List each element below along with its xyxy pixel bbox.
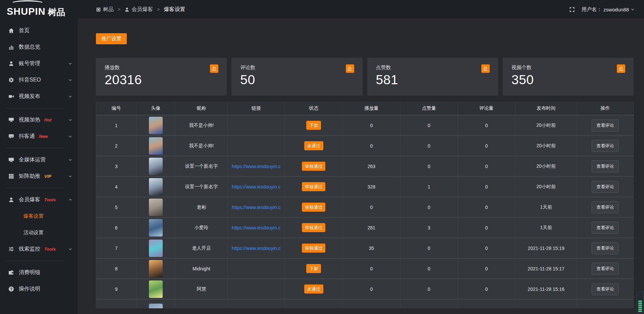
status-cell: 审核通过 (285, 217, 343, 238)
sidebar-item-account-management[interactable]: 账号管理 (0, 55, 78, 72)
stat-total-badge: 总 (617, 64, 625, 73)
status-cell: 审核通过 (285, 197, 343, 217)
breadcrumb: 树品>会员爆客>爆客设置 (96, 6, 185, 13)
publish-time-cell: 20小时前 (515, 115, 577, 136)
bar-chart-icon (8, 44, 14, 50)
table-row-partial (96, 299, 634, 308)
nickname-cell: 小爱玲 (175, 217, 228, 238)
stat-card-comments: 评论数50总 (231, 58, 362, 96)
chevron-up-icon (68, 198, 72, 202)
status-cell: 下架 (285, 115, 343, 136)
video-link[interactable]: https://www.iesdouyin.c (232, 225, 281, 230)
view-comments-button[interactable]: 查看评论 (592, 222, 619, 234)
sidebar-divider (6, 188, 64, 188)
view-comments-button[interactable]: 查看评论 (592, 160, 619, 172)
sidebar-item-member-baoke[interactable]: 会员爆客Tools (0, 192, 78, 208)
sidebar-item-douketong[interactable]: 抖客通New (0, 128, 78, 145)
status-badge: 审核通过 (302, 223, 325, 232)
fullscreen-icon[interactable] (569, 7, 575, 12)
partial-cell (400, 299, 458, 308)
table-row: 8Midnight下架0002021-11-28 15:17查看评论 (96, 258, 634, 279)
view-comments-button[interactable]: 查看评论 (592, 201, 619, 213)
likes-cell: 0 (400, 238, 458, 258)
sidebar-item-badge: Tools (44, 197, 56, 202)
sidebar-item-label: 账号管理 (19, 60, 40, 67)
video-link[interactable]: https://www.iesdouyin.c (232, 164, 281, 169)
sidebar-item-consumption-details[interactable]: 消费明细 (0, 264, 78, 281)
sliders-icon (8, 246, 14, 252)
view-comments-button[interactable]: 查看评论 (592, 263, 619, 275)
widget-dash (638, 303, 642, 304)
home-icon (8, 28, 14, 34)
logo-arc-decoration (11, 0, 44, 6)
user-menu[interactable]: 用户名： zswodun88 (582, 6, 635, 13)
sidebar-item-label: 线索监控 (19, 246, 40, 253)
publish-time-cell: 1天前 (515, 217, 577, 238)
publish-time-cell: 20小时前 (515, 176, 577, 197)
avatar-cell (137, 197, 175, 217)
video-link[interactable]: https://www.iesdouyin.c (232, 184, 281, 190)
nickname-cell: 老彬 (175, 197, 228, 217)
sidebar-subitem-activity-settings[interactable]: 活动设置 (0, 224, 78, 241)
sidebar-item-video-publish[interactable]: 视频发布 (0, 88, 78, 105)
row-number-cell: 9 (96, 279, 137, 299)
sidebar-subitem-baoke-settings[interactable]: 爆客设置 (0, 208, 78, 224)
view-comments-button[interactable]: 查看评论 (592, 181, 619, 193)
sidebar-item-label: 矩阵助推 (19, 173, 40, 180)
action-cell: 查看评论 (577, 156, 633, 176)
breadcrumb-app[interactable]: 树品 (96, 6, 114, 13)
nickname-cell: 设置一个新名字 (175, 156, 228, 176)
stat-card-likes: 点赞数581总 (367, 58, 498, 96)
breadcrumb-member-baoke[interactable]: 会员爆客 (124, 6, 153, 13)
row-number-cell: 7 (96, 238, 137, 258)
stat-total-badge: 总 (481, 64, 490, 73)
breadcrumb-current[interactable]: 爆客设置 (164, 6, 185, 13)
nickname-cell: 我不是小帅! (175, 136, 228, 156)
likes-cell: 3 (400, 217, 458, 238)
sidebar-item-operation-guide[interactable]: 操作说明 (0, 281, 78, 297)
widget-dash (638, 307, 642, 308)
link-cell (228, 258, 285, 279)
likes-cell: 0 (400, 136, 458, 156)
sidebar-item-home[interactable]: 首页 (0, 22, 78, 39)
status-cell: 未通过 (285, 136, 343, 156)
sidebar-menu: 首页数据总览账号管理抖音SEO视频发布视频加热Hot抖客通New全媒体运营矩阵助… (0, 19, 78, 297)
sidebar-item-douyin-seo[interactable]: 抖音SEO (0, 72, 78, 88)
column-header: 点赞量 (400, 102, 458, 115)
view-comments-button[interactable]: 查看评论 (592, 140, 619, 152)
table-row: 9阿慧未通过0002021-11-28 15:16查看评论 (96, 279, 634, 299)
view-comments-button[interactable]: 查看评论 (592, 283, 619, 295)
row-number-cell: 5 (96, 197, 137, 217)
avatar-cell (137, 176, 175, 197)
sidebar-item-label: 抖客通 (19, 133, 35, 140)
avatar-cell (137, 238, 175, 258)
promotion-settings-button[interactable]: 推广设置 (96, 33, 127, 44)
chevron-down-icon (68, 118, 72, 122)
sidebar-item-data-overview[interactable]: 数据总览 (0, 39, 78, 55)
sidebar-item-clue-monitoring[interactable]: 线索监控Tools (0, 241, 78, 257)
sidebar-item-matrix-boost[interactable]: 矩阵助推VIP (0, 168, 78, 185)
status-cell: 审核通过 (285, 238, 343, 258)
row-number-cell: 2 (96, 136, 137, 156)
sidebar-item-all-media-operation[interactable]: 全媒体运营 (0, 152, 78, 168)
avatar (149, 240, 163, 257)
sidebar-item-label: 活动设置 (23, 229, 44, 236)
likes-cell: 0 (400, 115, 458, 136)
action-cell: 查看评论 (577, 176, 633, 197)
sidebar-item-video-heating[interactable]: 视频加热Hot (0, 112, 78, 128)
video-link[interactable]: https://www.iesdouyin.c (232, 246, 281, 251)
floating-widget[interactable] (637, 292, 644, 314)
view-comments-button[interactable]: 查看评论 (592, 119, 619, 132)
stat-card-value: 350 (512, 72, 625, 87)
action-cell: 查看评论 (577, 217, 633, 238)
table-row: 4设置一个新名字https://www.iesdouyin.c审核通过32810… (96, 176, 634, 197)
row-number-cell: 3 (96, 156, 137, 176)
logo-text-en: SHUPIN (7, 7, 46, 16)
column-header: 操作 (577, 102, 633, 115)
column-header: 播放量 (343, 102, 400, 115)
video-link[interactable]: https://www.iesdouyin.c (232, 205, 281, 210)
view-comments-button[interactable]: 查看评论 (592, 242, 619, 254)
plays-cell: 0 (343, 136, 400, 156)
stat-card-videos: 视频个数350总 (503, 58, 634, 96)
likes-cell: 0 (400, 258, 458, 279)
